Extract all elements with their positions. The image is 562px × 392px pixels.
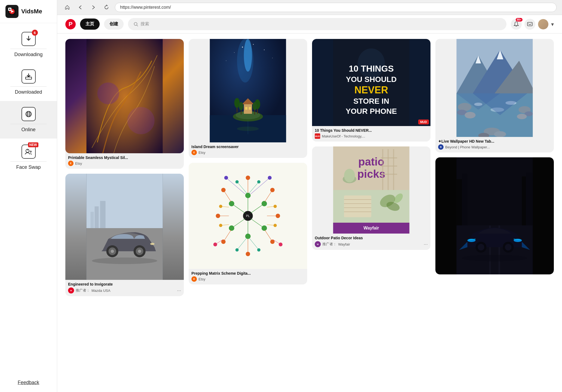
pin-info-phone: 10 Things You Should NEVER... MUD MakeUs… (312, 126, 430, 142)
pinterest-actions: 99+ ▾ (511, 19, 554, 30)
address-bar[interactable]: https://www.pinterest.com/ (115, 3, 557, 12)
downloaded-icon-wrap (22, 69, 36, 84)
pin-card-island[interactable]: Island Dream screensaver E Etsy (189, 39, 307, 158)
svg-rect-131 (388, 149, 389, 190)
svg-text:W: W (317, 243, 319, 245)
svg-point-120 (358, 48, 385, 78)
svg-text:10 THINGS: 10 THINGS (349, 64, 394, 74)
pinterest-search-bar[interactable]: 搜索 (128, 18, 506, 30)
sidebar: VidsMe 6 Downloading (0, 0, 57, 392)
wayfair-icon: W (315, 241, 321, 247)
pin-source-phone: MUD MakeUseOf - Technology,... (315, 133, 428, 139)
globe-icon (22, 107, 36, 121)
pinterest-logo: P (65, 19, 76, 29)
svg-point-30 (138, 250, 141, 253)
download-box-icon (22, 69, 36, 84)
pin-info-river: ✦Live Wallpaper HD New Tab... B Beyond |… (435, 137, 554, 152)
svg-point-27 (111, 250, 114, 253)
promoted-label-patio: 推广者： (322, 242, 337, 247)
face-swap-label: Face Swap (16, 164, 41, 170)
user-avatar[interactable] (538, 19, 548, 29)
face-swap-icon-wrap: NEW (22, 145, 36, 159)
dropdown-chevron[interactable]: ▾ (551, 21, 554, 27)
pin-column-0: Printable Seamless Mystical Sil... E Ets… (65, 39, 184, 296)
pin-card-phone[interactable]: 10 THINGS YOU SHOULD NEVER STORE IN YOUR… (312, 39, 430, 142)
pin-info-mystical: Printable Seamless Mystical Sil... E Ets… (65, 153, 184, 169)
pin-card-mystical[interactable]: Printable Seamless Mystical Sil... E Ets… (65, 39, 184, 169)
sidebar-item-downloading[interactable]: 6 Downloading (0, 26, 57, 63)
svg-rect-33 (100, 201, 106, 228)
sidebar-item-face-swap[interactable]: NEW Face Swap (0, 139, 57, 176)
pin-column-2: 10 THINGS YOU SHOULD NEVER STORE IN YOUR… (312, 39, 430, 296)
pin-column-3: ✦Live Wallpaper HD New Tab... B Beyond |… (435, 39, 554, 296)
app-logo-icon (5, 5, 19, 18)
online-icon-wrap (22, 107, 36, 121)
home-button[interactable] (63, 3, 72, 12)
pinterest-content: Printable Seamless Mystical Sil... E Ets… (57, 33, 562, 392)
divider (10, 49, 46, 49)
pin-card-diagram[interactable]: PL (189, 163, 307, 284)
pin-title-island: Island Dream screensaver (191, 145, 304, 149)
pin-title-diagram: Prepping Matrix Scheme Digita... (191, 271, 304, 275)
feedback-link[interactable]: Feedback (0, 373, 57, 392)
promoted-row-patio: W 推广者： Wayfair ··· (315, 241, 428, 247)
sidebar-item-downloaded[interactable]: Downloaded (0, 63, 57, 101)
more-icon-patio[interactable]: ··· (424, 241, 428, 247)
svg-line-14 (137, 25, 138, 26)
forward-button[interactable] (89, 3, 98, 12)
back-button[interactable] (76, 3, 85, 12)
downloading-label: Downloading (14, 52, 42, 57)
divider (10, 161, 46, 162)
svg-rect-34 (91, 212, 94, 228)
pin-title-patio: Outdoor Patio Decor Ideas (315, 236, 428, 240)
pins-grid: Printable Seamless Mystical Sil... E Ets… (65, 39, 554, 296)
divider (10, 124, 46, 124)
mazda-icon: M (68, 287, 74, 293)
svg-rect-62 (245, 107, 248, 110)
main-content: https://www.pinterest.com/ P 主页 创建 搜索 99… (57, 0, 562, 392)
messages-button[interactable] (524, 19, 535, 30)
promoted-row-car: M 推广者： Mazda USA ··· (68, 287, 181, 293)
downloading-badge: 6 (32, 30, 38, 36)
svg-point-19 (127, 107, 155, 134)
notification-button[interactable]: 99+ (511, 19, 522, 30)
svg-rect-135 (381, 174, 397, 175)
pin-card-darkcar[interactable] (435, 157, 554, 274)
pinterest-nav-create[interactable]: 创建 (104, 19, 124, 30)
etsy-icon-1: E (191, 150, 197, 155)
pin-source-mystical: E Etsy (68, 161, 181, 166)
pin-title-mystical: Printable Seamless Mystical Sil... (68, 155, 181, 160)
svg-rect-143 (344, 195, 371, 217)
pin-title-phone: 10 Things You Should NEVER... (315, 128, 428, 133)
pinterest-nav-home[interactable]: 主页 (80, 19, 100, 30)
svg-text:NEVER: NEVER (354, 84, 388, 96)
mazda-label: Mazda USA (91, 289, 110, 293)
pinterest-header: P 主页 创建 搜索 99+ (57, 15, 562, 33)
pin-card-car[interactable]: Engineered to Invigorate M 推广者： Mazda US… (65, 174, 184, 296)
pin-card-patio[interactable]: patio picks (312, 146, 430, 250)
svg-rect-176 (526, 172, 533, 225)
reload-button[interactable] (102, 3, 111, 12)
sidebar-item-online[interactable]: Online (0, 101, 57, 139)
svg-point-162 (517, 114, 527, 119)
pin-source-diagram: E Etsy (191, 276, 304, 282)
mud-badge: MUD (418, 120, 429, 124)
svg-point-43 (264, 50, 265, 50)
svg-rect-133 (381, 157, 397, 158)
mud-source-icon: MUD (315, 133, 320, 139)
beyond-icon: B (438, 144, 444, 150)
downloading-icon-wrap: 6 (22, 32, 36, 46)
svg-point-188 (505, 244, 512, 250)
svg-rect-134 (381, 166, 397, 167)
pin-card-river[interactable]: ✦Live Wallpaper HD New Tab... B Beyond |… (435, 39, 554, 152)
svg-text:STORE IN: STORE IN (353, 97, 389, 105)
pin-source-island: E Etsy (191, 150, 304, 155)
svg-text:patio: patio (358, 156, 384, 168)
svg-rect-63 (249, 107, 251, 110)
more-icon-car[interactable]: ··· (177, 288, 181, 293)
app-name: VidsMe (21, 8, 42, 15)
svg-point-186 (478, 244, 484, 250)
svg-rect-132 (393, 149, 394, 190)
svg-point-18 (97, 82, 119, 104)
svg-text:YOU SHOULD: YOU SHOULD (346, 75, 397, 84)
